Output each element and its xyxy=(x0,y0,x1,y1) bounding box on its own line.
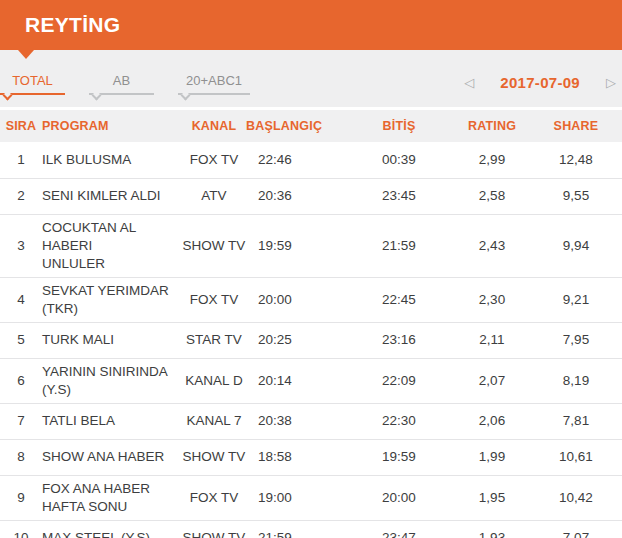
cell-share: 9,55 xyxy=(530,178,622,214)
cell-sira: 2 xyxy=(0,178,42,214)
cell-bitis: 00:39 xyxy=(304,142,454,178)
cell-program: YARININ SINIRINDA (Y.S) xyxy=(42,358,182,403)
table-row: 6YARININ SINIRINDA (Y.S)KANAL D20:1422:0… xyxy=(0,358,622,403)
tab-ab[interactable]: AB xyxy=(89,73,154,95)
cell-kanal: FOX TV xyxy=(182,475,246,520)
cell-share: 10,61 xyxy=(530,439,622,475)
page-title: REYTİNG xyxy=(25,13,120,37)
cell-program: ILK BULUSMA xyxy=(42,142,182,178)
banner-caret xyxy=(18,50,34,59)
column-header-program: PROGRAM xyxy=(42,110,182,142)
cell-sira: 3 xyxy=(0,214,42,277)
next-date-button[interactable]: ▷ xyxy=(604,74,618,91)
cell-share: 12,48 xyxy=(530,142,622,178)
table-header-row: SIRAPROGRAMKANALBAŞLANGIÇBİTİŞRATINGSHAR… xyxy=(0,110,622,142)
cell-share: 7,95 xyxy=(530,322,622,358)
cell-program: TURK MALI xyxy=(42,322,182,358)
subheader: TOTAL AB 20+ABC1 ◁ 2017-07-09 ▷ xyxy=(0,50,622,107)
cell-baslangic: 19:00 xyxy=(246,475,304,520)
cell-baslangic: 19:59 xyxy=(246,214,304,277)
table-row: 8SHOW ANA HABERSHOW TV18:5819:591,9910,6… xyxy=(0,439,622,475)
tab-notch xyxy=(3,91,13,101)
cell-kanal: FOX TV xyxy=(182,142,246,178)
cell-program: SEVKAT YERIMDAR (TKR) xyxy=(42,277,182,322)
cell-rating: 2,43 xyxy=(454,214,530,277)
cell-kanal: SHOW TV xyxy=(182,439,246,475)
cell-sira: 1 xyxy=(0,142,42,178)
cell-program: SHOW ANA HABER xyxy=(42,439,182,475)
cell-rating: 2,07 xyxy=(454,358,530,403)
chevron-left-icon: ◁ xyxy=(464,75,474,90)
cell-bitis: 20:00 xyxy=(304,475,454,520)
cell-share: 7,07 xyxy=(530,520,622,538)
cell-bitis: 22:30 xyxy=(304,403,454,439)
table-row: 1ILK BULUSMAFOX TV22:4600:392,9912,48 xyxy=(0,142,622,178)
cell-bitis: 23:16 xyxy=(304,322,454,358)
column-header-share: SHARE xyxy=(530,110,622,142)
column-header-rating: RATING xyxy=(454,110,530,142)
prev-date-button[interactable]: ◁ xyxy=(462,74,476,91)
tab-total-label: TOTAL xyxy=(12,73,53,88)
tab-20-abc1[interactable]: 20+ABC1 xyxy=(178,73,250,95)
table-row: 7TATLI BELAKANAL 720:3822:302,067,81 xyxy=(0,403,622,439)
cell-bitis: 19:59 xyxy=(304,439,454,475)
cell-rating: 2,06 xyxy=(454,403,530,439)
table-row: 5TURK MALISTAR TV20:2523:162,117,95 xyxy=(0,322,622,358)
chevron-right-icon: ▷ xyxy=(606,75,616,90)
tab-bar: TOTAL AB 20+ABC1 xyxy=(0,73,250,95)
cell-baslangic: 20:25 xyxy=(246,322,304,358)
cell-sira: 10 xyxy=(0,520,42,538)
header-banner: REYTİNG xyxy=(0,0,622,50)
ratings-table-card: SIRAPROGRAMKANALBAŞLANGIÇBİTİŞRATINGSHAR… xyxy=(0,110,622,538)
cell-kanal: SHOW TV xyxy=(182,214,246,277)
column-header-kanal: KANAL xyxy=(182,110,246,142)
cell-kanal: FOX TV xyxy=(182,277,246,322)
column-header-baslangic: BAŞLANGIÇ xyxy=(246,110,304,142)
table-row: 3COCUKTAN AL HABERI UNLULERSHOW TV19:592… xyxy=(0,214,622,277)
cell-share: 9,21 xyxy=(530,277,622,322)
cell-rating: 2,99 xyxy=(454,142,530,178)
cell-rating: 1,93 xyxy=(454,520,530,538)
cell-kanal: ATV xyxy=(182,178,246,214)
column-header-bitis: BİTİŞ xyxy=(304,110,454,142)
cell-baslangic: 22:46 xyxy=(246,142,304,178)
cell-share: 9,94 xyxy=(530,214,622,277)
cell-kanal: KANAL 7 xyxy=(182,403,246,439)
cell-baslangic: 18:58 xyxy=(246,439,304,475)
cell-baslangic: 21:59 xyxy=(246,520,304,538)
cell-program: MAX STEEL (Y.S) xyxy=(42,520,182,538)
cell-program: COCUKTAN AL HABERI UNLULER xyxy=(42,214,182,277)
cell-bitis: 21:59 xyxy=(304,214,454,277)
tab-notch xyxy=(181,91,191,101)
cell-baslangic: 20:36 xyxy=(246,178,304,214)
cell-rating: 2,58 xyxy=(454,178,530,214)
cell-sira: 4 xyxy=(0,277,42,322)
table-body: 1ILK BULUSMAFOX TV22:4600:392,9912,482SE… xyxy=(0,142,622,538)
cell-bitis: 23:45 xyxy=(304,178,454,214)
cell-sira: 5 xyxy=(0,322,42,358)
cell-kanal: SHOW TV xyxy=(182,520,246,538)
cell-sira: 9 xyxy=(0,475,42,520)
tab-notch xyxy=(92,91,102,101)
cell-sira: 7 xyxy=(0,403,42,439)
cell-bitis: 22:09 xyxy=(304,358,454,403)
tab-ab-label: AB xyxy=(113,73,130,88)
cell-program: FOX ANA HABER HAFTA SONU xyxy=(42,475,182,520)
cell-share: 7,81 xyxy=(530,403,622,439)
cell-rating: 1,95 xyxy=(454,475,530,520)
cell-kanal: STAR TV xyxy=(182,322,246,358)
cell-share: 10,42 xyxy=(530,475,622,520)
cell-program: SENI KIMLER ALDI xyxy=(42,178,182,214)
cell-kanal: KANAL D xyxy=(182,358,246,403)
table-row: 2SENI KIMLER ALDIATV20:3623:452,589,55 xyxy=(0,178,622,214)
cell-share: 8,19 xyxy=(530,358,622,403)
table-row: 9FOX ANA HABER HAFTA SONUFOX TV19:0020:0… xyxy=(0,475,622,520)
cell-program: TATLI BELA xyxy=(42,403,182,439)
cell-rating: 1,99 xyxy=(454,439,530,475)
cell-bitis: 22:45 xyxy=(304,277,454,322)
date-navigator: ◁ 2017-07-09 ▷ xyxy=(462,74,618,91)
table-row: 10MAX STEEL (Y.S)SHOW TV21:5923:471,937,… xyxy=(0,520,622,538)
cell-baslangic: 20:00 xyxy=(246,277,304,322)
tab-total[interactable]: TOTAL xyxy=(0,73,65,95)
cell-sira: 6 xyxy=(0,358,42,403)
